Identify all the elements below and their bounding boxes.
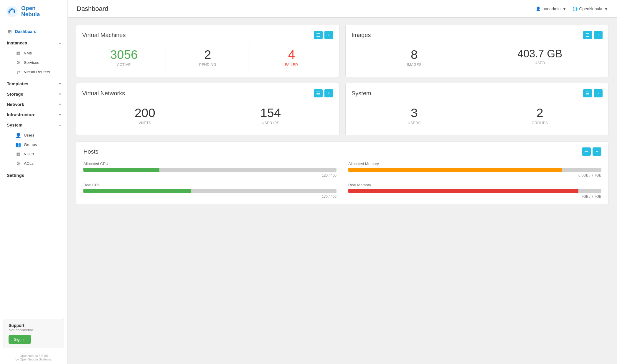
infrastructure-label: Infrastructure	[7, 112, 36, 117]
images-add-button[interactable]: +	[594, 31, 603, 39]
vm-active-stat: 3056 ACTIVE	[82, 44, 166, 71]
virtual-routers-label: Virtual Routers	[24, 70, 50, 74]
images-card-title: Images	[352, 32, 371, 39]
users-nav-label: Users	[24, 133, 34, 137]
dashboard-label: Dashboard	[15, 29, 37, 34]
vnets-count-stat: 200 VNETS	[82, 103, 208, 129]
instances-label: Instances	[7, 40, 27, 45]
virtual-machines-card: Virtual Machines ☰ + 3056 ACTIVE 2 PENDI…	[76, 25, 339, 77]
network-label: Network	[7, 102, 24, 107]
support-title: Support	[9, 323, 59, 328]
real-cpu-section: Real CPU 170 / 400	[83, 183, 336, 199]
vm-active-value: 3056	[85, 49, 163, 61]
system-card-title: System	[352, 90, 371, 97]
real-cpu-track	[83, 189, 336, 193]
vnet-list-button[interactable]: ☰	[314, 89, 323, 97]
sidebar-item-virtual-routers[interactable]: ⇄ Virtual Routers	[6, 67, 67, 77]
instances-chevron: ▲	[58, 41, 62, 45]
network-chevron: ▼	[58, 103, 62, 106]
vnet-card-header: Virtual Networks ☰ +	[82, 89, 333, 97]
vdcs-label: VDCs	[24, 152, 34, 156]
allocated-memory-section: Allocated Memory 6.5GB / 7.7GB	[348, 162, 601, 177]
used-ips-label: USED IPs	[211, 121, 331, 125]
vm-pending-label: PENDING	[169, 63, 246, 67]
real-memory-track	[348, 189, 601, 193]
images-list-button[interactable]: ☰	[583, 31, 592, 39]
real-cpu-fill	[83, 189, 191, 193]
header-actions: 👤 oneadmin ▼ 🌐 OpenNebula ▼	[536, 6, 608, 11]
sign-in-button[interactable]: Sign in	[9, 335, 31, 344]
sidebar-section-network[interactable]: Network ▼	[0, 98, 67, 109]
allocated-cpu-fill	[83, 168, 159, 172]
vnet-add-button[interactable]: +	[324, 89, 333, 97]
sidebar-section-instances[interactable]: Instances ▲	[0, 37, 67, 47]
vnet-card-title: Virtual Networks	[82, 90, 125, 97]
vms-icon: ▦	[16, 50, 21, 56]
virtual-networks-card: Virtual Networks ☰ + 200 VNETS 154 USED …	[76, 83, 339, 135]
vm-failed-stat: 4 FAILED	[250, 44, 333, 71]
sidebar-section-templates[interactable]: Templates ▼	[0, 78, 67, 88]
vm-add-button[interactable]: +	[324, 31, 333, 39]
user-menu[interactable]: 👤 oneadmin ▼	[536, 6, 566, 11]
hosts-card-title: Hosts	[83, 148, 98, 155]
sidebar-section-settings[interactable]: Settings	[0, 169, 67, 179]
images-card-header: Images ☰ +	[352, 31, 603, 39]
instances-submenu: ▦ VMs ⚙ Services ⇄ Virtual Routers	[0, 47, 67, 78]
system-list-button[interactable]: ☰	[583, 89, 592, 97]
allocated-cpu-label: Allocated CPU	[83, 162, 336, 166]
app-by: by OpenNebula Systems.	[3, 358, 65, 361]
images-card-actions: ☰ +	[583, 31, 603, 39]
hosts-card-header: Hosts ☰ +	[83, 147, 601, 156]
sidebar-footer: OpenNebula 5.5.80 by OpenNebula Systems.	[0, 351, 67, 364]
sidebar-section-infrastructure[interactable]: Infrastructure ▼	[0, 109, 67, 119]
system-stats: 3 USERS 2 GROUPS	[352, 103, 603, 129]
sidebar-item-acls[interactable]: ⚙ ACLs	[6, 159, 67, 168]
images-card: Images ☰ + 8 IMAGES 403.7 GB USED	[345, 25, 609, 77]
hosts-add-button[interactable]: +	[593, 147, 601, 156]
vm-list-button[interactable]: ☰	[314, 31, 323, 39]
vdcs-icon: ▦	[16, 151, 21, 157]
user-chevron: ▼	[562, 6, 567, 11]
sidebar-item-groups[interactable]: 👥 Groups	[6, 140, 67, 149]
images-stats: 8 IMAGES 403.7 GB USED	[352, 44, 603, 71]
vm-stats: 3056 ACTIVE 2 PENDING 4 FAILED	[82, 44, 333, 71]
sidebar-item-vdcs[interactable]: ▦ VDCs	[6, 149, 67, 159]
system-label: System	[7, 122, 22, 127]
settings-label: Settings	[7, 173, 24, 178]
dashboard-content: Virtual Machines ☰ + 3056 ACTIVE 2 PENDI…	[68, 18, 617, 212]
allocated-cpu-value: 120 / 400	[83, 173, 336, 177]
sidebar: Open Nebula ⊞ Dashboard Instances ▲ ▦ VM…	[0, 0, 68, 364]
dashboard-icon: ⊞	[7, 29, 12, 34]
logo: Open Nebula	[0, 0, 67, 23]
sidebar-section-system[interactable]: System ▲	[0, 119, 67, 129]
system-groups-value: 2	[480, 107, 600, 119]
nebula-menu[interactable]: 🌐 OpenNebula ▼	[573, 6, 608, 11]
main-content: Dashboard 👤 oneadmin ▼ 🌐 OpenNebula ▼ Vi…	[68, 0, 617, 364]
sidebar-item-vms[interactable]: ▦ VMs	[6, 48, 67, 58]
page-title: Dashboard	[77, 5, 108, 13]
vnets-count-value: 200	[85, 107, 205, 119]
used-ips-stat: 154 USED IPs	[208, 103, 334, 129]
vm-card-actions: ☰ +	[314, 31, 333, 39]
vnets-count-label: VNETS	[85, 121, 205, 125]
sidebar-item-services[interactable]: ⚙ Services	[6, 58, 67, 67]
images-count-value: 8	[354, 49, 474, 61]
system-add-button[interactable]: +	[594, 89, 603, 97]
system-users-label: USERS	[354, 121, 474, 125]
sidebar-item-dashboard[interactable]: ⊞ Dashboard	[0, 26, 67, 37]
vm-pending-value: 2	[169, 49, 246, 61]
vm-active-label: ACTIVE	[85, 63, 163, 67]
groups-label: Groups	[24, 142, 37, 147]
allocated-memory-label: Allocated Memory	[348, 162, 601, 166]
user-icon: 👤	[536, 6, 541, 11]
templates-label: Templates	[7, 81, 28, 86]
vnet-card-actions: ☰ +	[314, 89, 333, 97]
allocated-memory-fill	[348, 168, 562, 172]
hosts-list-button[interactable]: ☰	[582, 147, 591, 156]
storage-label: Storage	[7, 92, 23, 97]
vm-pending-stat: 2 PENDING	[166, 44, 250, 71]
real-memory-fill	[348, 189, 578, 193]
sidebar-section-storage[interactable]: Storage ▼	[0, 88, 67, 98]
sidebar-item-users[interactable]: 👤 Users	[6, 130, 67, 140]
system-card-actions: ☰ +	[583, 89, 603, 97]
